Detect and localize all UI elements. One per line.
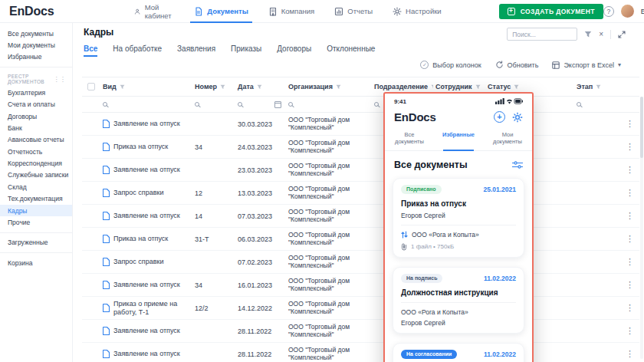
expand-icon[interactable] (618, 31, 626, 38)
sidebar-item-trash[interactable]: Корзина (0, 257, 72, 268)
document-card[interactable]: На подпись 11.02.2022 Должностная инстру… (393, 267, 524, 334)
nav-item-settings[interactable]: Настройки (383, 0, 452, 22)
tab[interactable]: Отклоненные (327, 44, 375, 57)
vertical-scrollbar[interactable] (640, 97, 643, 359)
row-menu-icon[interactable]: ⋮ (626, 304, 634, 312)
table-row[interactable]: Заявление на отпуск 14 07.03.2023 ООО "Т… (82, 205, 639, 228)
phone-tab-label: Все документы (395, 131, 424, 145)
filter-date[interactable] (235, 97, 286, 112)
help-icon[interactable]: ? (603, 6, 614, 17)
column-filter-icon[interactable] (220, 84, 225, 90)
tab[interactable]: Все (84, 44, 97, 57)
filter-nomer[interactable] (192, 97, 235, 112)
row-menu-icon[interactable]: ⋮ (626, 350, 634, 358)
row-menu-icon[interactable]: ⋮ (626, 235, 634, 243)
column-filter-icon[interactable] (336, 84, 341, 90)
table-row[interactable]: Приказ на отпуск 34 24.03.2023 ООО "Торг… (82, 136, 639, 159)
column-header[interactable]: Вид (100, 77, 192, 96)
column-filter-icon[interactable] (596, 84, 601, 90)
row-menu-icon[interactable]: ⋮ (626, 143, 634, 151)
filter-org[interactable] (286, 97, 372, 112)
row-menu-icon[interactable]: ⋮ (626, 327, 634, 335)
table-row[interactable]: Заявление на отпуск 23.03.2023 ООО "Торг… (82, 159, 639, 182)
row-menu-icon[interactable]: ⋮ (626, 212, 634, 220)
table-row[interactable]: Запрос справки 12 13.03.2023 ООО "Торгов… (82, 182, 639, 205)
clear-search-icon[interactable]: × (599, 30, 603, 38)
filter-funnel-icon[interactable] (584, 31, 592, 38)
sidebar-item[interactable]: Авансовые отчеты (0, 134, 72, 146)
column-filter-icon[interactable] (431, 84, 433, 90)
add-document-icon[interactable]: + (494, 111, 505, 123)
table-row[interactable]: Заявление на отпуск 30.03.2023 ООО "Торг… (82, 113, 639, 136)
row-menu-icon[interactable]: ⋮ (626, 281, 634, 289)
row-menu-icon[interactable]: ⋮ (626, 189, 634, 197)
phone-tab[interactable]: Все документы (385, 129, 434, 150)
calendar-icon[interactable] (274, 101, 281, 108)
gear-icon[interactable] (512, 112, 523, 123)
sidebar-item-uploaded[interactable]: Загруженные (0, 237, 72, 248)
filter-vid[interactable] (100, 97, 192, 112)
document-card[interactable]: Подписано 25.01.2021 Приказ на отпуск Ег… (393, 178, 524, 258)
row-menu-icon[interactable]: ⋮ (626, 258, 634, 266)
tab[interactable]: Договоры (277, 44, 311, 57)
sidebar-item[interactable]: Бухгалтерия (0, 87, 72, 98)
sidebar-item[interactable]: Отчетность (0, 146, 72, 157)
dots-icon[interactable]: ⋮⋮ (53, 76, 66, 83)
nav-item-reports[interactable]: Отчеты (324, 0, 383, 22)
table-row[interactable]: Заявление на отпуск 28.11.2022 ООО "Торг… (82, 320, 639, 343)
scrollbar-thumb[interactable] (640, 97, 643, 158)
sidebar-item[interactable]: Договоры (0, 110, 72, 122)
table-row[interactable]: Приказ на отпуск 31-Т 06.03.2023 ООО "То… (82, 228, 639, 251)
document-tabs: Все На обработке Заявления Приказы Догов… (84, 44, 375, 57)
sidebar-item[interactable]: Все документы (0, 28, 72, 39)
document-date: 06.03.2023 (238, 235, 272, 243)
nav-label: Документы (207, 7, 248, 15)
tab-label: Заявления (177, 44, 215, 53)
sidebar-item[interactable]: Тех.документация (0, 193, 72, 205)
sidebar-item[interactable]: Корреспонденция (0, 157, 72, 169)
select-all-checkbox[interactable] (87, 83, 95, 90)
column-filter-icon[interactable] (514, 84, 519, 90)
sidebar-item[interactable]: Избранные (0, 51, 72, 63)
phone-tab[interactable]: Мои документы (483, 129, 532, 150)
sidebar-item[interactable]: Кадры (0, 205, 72, 216)
row-menu-icon[interactable]: ⋮ (626, 120, 634, 128)
table-row[interactable]: Приказ о приеме на работу, Т-1 12/2 14.1… (82, 297, 639, 320)
column-filter-icon[interactable] (120, 84, 125, 90)
filter-stage[interactable] (574, 97, 620, 112)
document-card[interactable]: На согласовании 11.02.2022 Авансовый отч… (393, 343, 524, 362)
table-row[interactable]: Заявление на отпуск 34 16.01.2023 ООО "Т… (82, 274, 639, 297)
sidebar-item[interactable]: Мои документы (0, 39, 72, 51)
table-header-row: Вид Номер Дата Организация (82, 77, 639, 97)
tab[interactable]: Заявления (177, 44, 215, 57)
nav-item-cabinet[interactable]: Мой кабинет (124, 0, 184, 22)
row-menu-icon[interactable]: ⋮ (626, 166, 634, 174)
tab-label: Все (84, 44, 97, 53)
create-document-button[interactable]: + СОЗДАТЬ ДОКУМЕНТ (499, 4, 603, 19)
column-header[interactable]: Организация (286, 77, 372, 96)
column-header[interactable]: Этап (574, 77, 620, 96)
table-row[interactable]: Запрос справки 07.02.2023 ООО "Торговый … (82, 251, 639, 274)
sidebar-item[interactable]: Счета и оплаты (0, 99, 72, 110)
table-row[interactable]: Заявление на отпуск 28.11.2022 ООО "Торг… (82, 343, 639, 362)
column-filter-icon[interactable] (257, 84, 262, 90)
refresh-button[interactable]: Обновить (495, 61, 539, 69)
column-filter-icon[interactable] (475, 84, 481, 90)
tab[interactable]: На обработке (113, 44, 162, 57)
sidebar-item[interactable]: Склад (0, 181, 72, 193)
tab[interactable]: Приказы (231, 44, 261, 57)
sidebar-item[interactable]: Служебные записки (0, 169, 72, 181)
nav-item-company[interactable]: Компания (258, 0, 324, 22)
sidebar-item[interactable]: Прочие (0, 216, 72, 228)
phone-tab[interactable]: Избранные (434, 129, 483, 150)
export-excel-button[interactable]: Экспорт в Excel ▾ (552, 61, 621, 69)
search-input[interactable] (507, 28, 577, 41)
nav-item-documents[interactable]: Документы (184, 0, 258, 22)
column-header[interactable]: Дата (235, 77, 286, 96)
column-chooser-button[interactable]: ✓ Выбор колонок (420, 61, 481, 69)
sidebar-item[interactable]: Банк (0, 122, 72, 133)
column-header[interactable]: Номер (192, 77, 235, 96)
registry-label: РЕЕСТР ДОКУМЕНТОВ (8, 74, 53, 84)
avatar[interactable] (621, 5, 634, 18)
sliders-icon[interactable] (512, 161, 523, 169)
